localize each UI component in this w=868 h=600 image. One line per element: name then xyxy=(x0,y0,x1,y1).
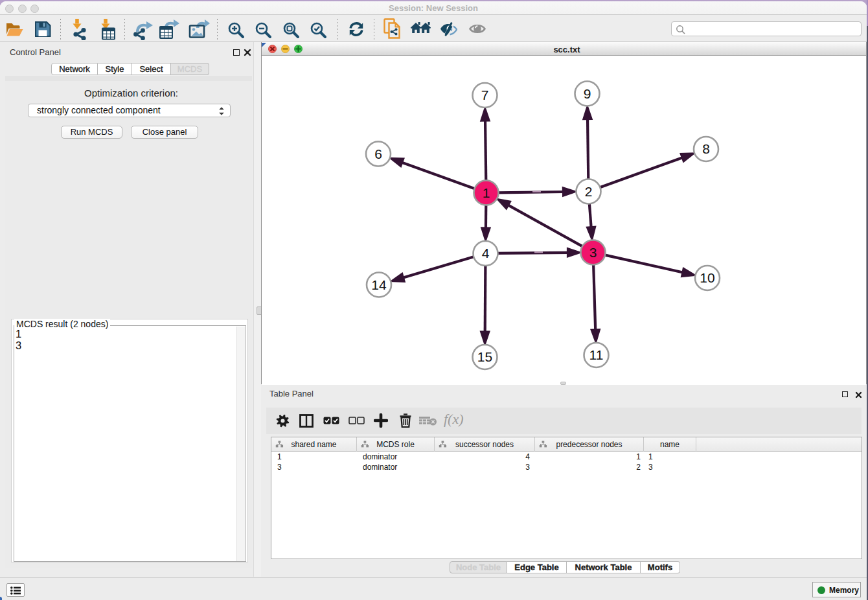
svg-text:6: 6 xyxy=(374,146,382,161)
svg-text:3: 3 xyxy=(589,245,597,260)
svg-text:14: 14 xyxy=(371,277,387,292)
svg-text:4: 4 xyxy=(482,246,490,260)
svg-text:7: 7 xyxy=(481,87,489,102)
svg-text:15: 15 xyxy=(477,349,492,364)
svg-text:2: 2 xyxy=(585,184,593,199)
svg-text:8: 8 xyxy=(702,141,710,156)
svg-text:11: 11 xyxy=(589,347,604,362)
svg-text:9: 9 xyxy=(584,86,591,101)
svg-text:1: 1 xyxy=(483,185,490,200)
svg-text:10: 10 xyxy=(700,270,714,285)
